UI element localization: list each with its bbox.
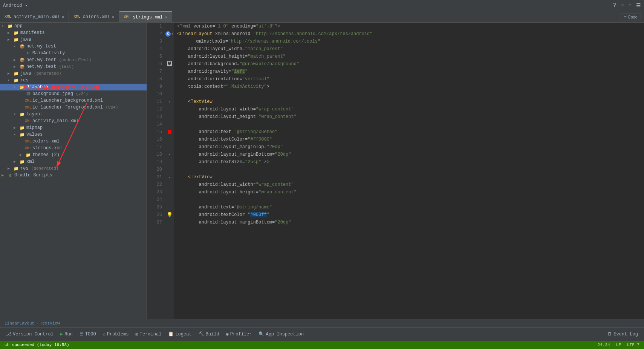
line-num-8: 8 [150, 75, 162, 83]
sidebar-item-java[interactable]: ▶ 📁 java [0, 36, 147, 43]
profiler-button[interactable]: ◉ Profiler [223, 330, 255, 338]
line-num-19: 19 [150, 158, 162, 166]
menu-icon[interactable]: ☰ [636, 2, 641, 9]
sidebar-item-test[interactable]: ▶ 📦 net.wy.test (test) [0, 63, 147, 70]
code-area[interactable]: <?xml version="1.0" encoding="utf-8"?> <… [174, 23, 644, 319]
sidebar-item-manifests[interactable]: ▶ 📁 manifests [0, 29, 147, 36]
line-num-21: 21 [150, 173, 162, 181]
tab-colors[interactable]: XML colors.xml ✕ [69, 11, 119, 22]
terminal-button[interactable]: ⊡ Terminal [133, 330, 165, 338]
sidebar-item-strings-xml[interactable]: ▶ XML strings.xml [0, 145, 147, 152]
problems-button[interactable]: ⚠ Problems [100, 330, 132, 338]
code-line-14 [177, 121, 641, 128]
code-line-4: android:layout_width="match_parent" [177, 45, 641, 53]
breadcrumb-linearlayout[interactable]: LinearLayout [5, 321, 34, 326]
gutter-2[interactable]: C ▾ [165, 30, 174, 38]
tab-close-strings[interactable]: ✕ [165, 15, 167, 20]
logcat-icon: 📋 [168, 331, 174, 337]
expand-arrow-2[interactable]: ▾ [171, 32, 174, 36]
sidebar-item-app[interactable]: ▾ 📁 app [0, 23, 147, 29]
line-num-6: 6 [150, 60, 162, 68]
code-line-6: android:background="@drawable/background… [177, 60, 641, 68]
tab-activity-main[interactable]: XML activity_main.xml ✕ [0, 11, 69, 22]
app-inspection-button[interactable]: 🔍 App Inspection [255, 330, 307, 338]
logcat-label: Logcat [175, 332, 191, 337]
sidebar-item-mipmap[interactable]: ▶ 📁 mipmap [0, 124, 147, 131]
sidebar-item-gradle-scripts[interactable]: ▶ ⚙ Gradle Scripts [0, 172, 147, 179]
settings-icon[interactable]: ≡ [621, 2, 624, 9]
gutter-5 [165, 53, 174, 60]
sidebar-item-res[interactable]: ▾ 📁 res [0, 77, 147, 84]
version-control-button[interactable]: ⎇ Version Control [3, 330, 57, 338]
package-icon-test: 📦 [19, 64, 26, 69]
build-icon: 🔨 [199, 331, 204, 337]
gutter-21[interactable]: ▸ [165, 173, 174, 181]
todo-button[interactable]: ☰ TODO [76, 330, 99, 338]
top-bar-dropdown-arrow[interactable]: ▾ [25, 3, 28, 8]
code-line-19: android:textSize="25sp" /> [177, 158, 641, 166]
tab-strings[interactable]: XML strings.xml ✕ [119, 11, 172, 22]
code-line-21: <TextView [177, 173, 641, 181]
status-right: 24:34 LF UTF-7 [598, 343, 639, 347]
gutter-27 [165, 219, 174, 226]
sidebar-item-androidtest[interactable]: ▶ 📦 net.wy.test (androidTest) [0, 57, 147, 63]
folder-icon-java-gen: 📁 [13, 71, 20, 76]
gutter-18[interactable]: ▸ [165, 151, 174, 158]
event-log-icon: 🗒 [607, 331, 612, 337]
sidebar-item-xml[interactable]: ▶ 📁 xml [0, 158, 147, 165]
image-gutter-icon[interactable]: 🖼 [167, 61, 173, 68]
breadcrumb-textview[interactable]: TextView [40, 321, 60, 326]
sidebar-item-java-generated[interactable]: ▶ 📁 java (generated) [0, 70, 147, 77]
code-line-16: android:textColor="#ff0000" [177, 136, 641, 143]
expand-arrow-18[interactable]: ▸ [168, 152, 171, 157]
sidebar-item-net-wy-test[interactable]: ▾ 📦 net.wy.test [0, 43, 147, 50]
code-button[interactable]: ≡ Code [621, 14, 641, 20]
build-button[interactable]: 🔨 Build [196, 330, 222, 338]
sidebar-item-ic-launcher-bg[interactable]: ▶ XML ic_launcher_background.xml [0, 97, 147, 104]
expand-arrow-11[interactable]: ▸ [168, 99, 171, 104]
tab-close-activity-main[interactable]: ✕ [62, 15, 64, 19]
sidebar-item-res-generated[interactable]: ▶ 📁 res (generated) [0, 165, 147, 172]
sidebar-item-mainactivity[interactable]: ▶ C MainActivity [0, 50, 147, 57]
line-num-25: 25 [150, 204, 162, 211]
gutter-20 [165, 166, 174, 173]
gutter-6: 🖼 [165, 60, 174, 68]
breadcrumb-sep-1: › [36, 321, 38, 326]
profiler-label: Profiler [230, 332, 252, 337]
profiler-icon: ◉ [226, 331, 229, 337]
line-num-18: 18 [150, 151, 162, 158]
sidebar-item-background-jpeg[interactable]: ▶ 🖼 background.jpeg (v24) [0, 90, 147, 97]
sidebar-item-ic-launcher-fg[interactable]: ▶ XML ic_launcher_foreground.xml (v24) [0, 104, 147, 111]
logcat-button[interactable]: 📋 Logcat [165, 330, 194, 338]
tab-bar: XML activity_main.xml ✕ XML colors.xml ✕… [0, 11, 644, 23]
sidebar-item-activity-main-xml[interactable]: ▶ XML activity_main.xml [0, 118, 147, 124]
code-line-15: android:text="@string/xuehao" [177, 128, 641, 136]
event-log-label: Event Log [613, 332, 638, 337]
gutter-12 [165, 106, 174, 113]
sidebar-item-layout[interactable]: ▾ 📁 layout [0, 111, 147, 118]
run-button[interactable]: ▶ Run [57, 330, 76, 338]
sidebar-item-colors-xml[interactable]: ▶ XML colors.xml [0, 138, 147, 145]
event-log-button[interactable]: 🗒 Event Log [604, 330, 641, 338]
git-icon[interactable]: ↑ [629, 2, 632, 9]
package-icon-net-wy-test: 📦 [19, 44, 26, 49]
search-icon[interactable]: ? [613, 2, 616, 9]
sidebar-item-values[interactable]: ▾ 📁 values [0, 131, 147, 138]
sidebar-item-themes[interactable]: ▶ 📁 themes (2) [0, 152, 147, 158]
code-line-11: <TextView [177, 98, 641, 106]
gutter-24 [165, 196, 174, 204]
arrow-layout: ▾ [14, 112, 19, 116]
top-bar: Android ▾ ? ≡ ↑ ☰ [0, 0, 644, 11]
bottom-bar: ⎇ Version Control ▶ Run ☰ TODO ⚠ Problem… [0, 327, 644, 341]
arrow-net-wy-test: ▾ [14, 44, 19, 49]
breadcrumb: LinearLayout › TextView [0, 319, 644, 327]
tab-close-colors[interactable]: ✕ [112, 15, 115, 19]
expand-arrow-21[interactable]: ▸ [168, 175, 171, 179]
annotation-text: 在drawable里添加照片，表示背景 [23, 84, 100, 91]
gutter-11[interactable]: ▸ [165, 98, 174, 106]
line-num-20: 20 [150, 166, 162, 173]
xml-icon-strings: XML [25, 145, 32, 151]
arrow-androidtest: ▶ [14, 58, 19, 62]
line-num-26: 26 [150, 211, 162, 219]
yellow-bulb-icon[interactable]: 💡 [167, 212, 173, 218]
